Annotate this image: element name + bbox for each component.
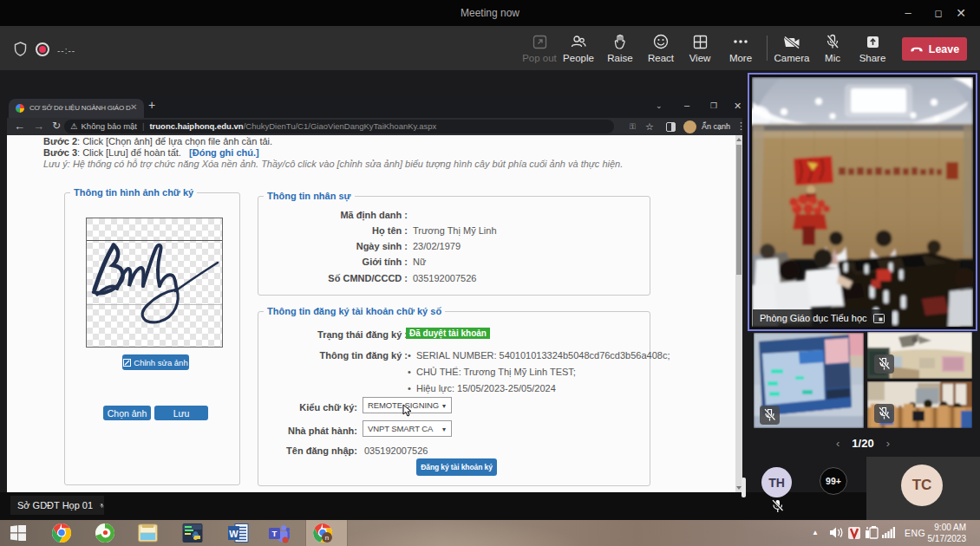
svg-text:W: W: [229, 529, 238, 539]
svg-text:T: T: [272, 529, 278, 538]
svg-text:n: n: [325, 534, 329, 542]
